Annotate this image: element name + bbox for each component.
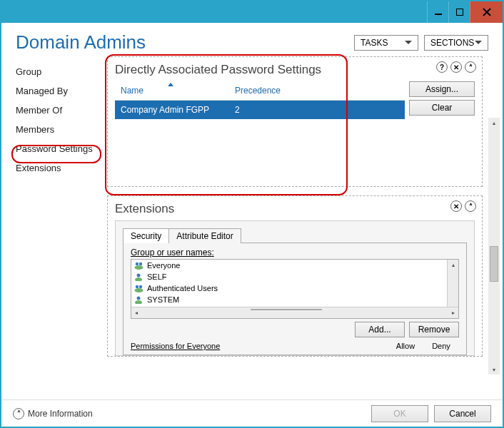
list-item[interactable]: SYSTEM [131,294,458,305]
svg-point-13 [135,300,142,304]
list-item[interactable]: SELF [131,271,458,282]
section-title: Extensions [115,202,475,216]
scroll-up-icon[interactable]: ▴ [488,118,500,128]
scroll-thumb[interactable] [490,246,498,282]
add-button[interactable]: Add... [355,322,405,337]
scroll-down-icon[interactable]: ▾ [488,365,500,374]
horizontal-scrollbar[interactable]: ◂▸ [131,307,458,318]
permissions-label: Permissions for Everyone [131,342,388,350]
more-information-link[interactable]: ˄ More Information [13,408,93,419]
remove-button[interactable]: Remove [409,322,459,337]
close-button[interactable] [470,1,503,23]
sort-ascending-icon [168,83,173,86]
svg-point-5 [139,263,142,265]
list-item[interactable]: Authenticated Users [131,282,458,294]
content-scrollbar[interactable]: ▴ ▾ [488,118,500,374]
scroll-thumb[interactable] [251,309,322,310]
chevron-up-icon: ˄ [13,408,24,419]
group-icon [134,284,144,292]
svg-rect-1 [456,9,463,16]
section-close-button[interactable]: ✕ [450,61,462,73]
security-tab-pane: Group or user names: Everyone SELF Authe… [123,243,467,355]
group-icon [134,261,144,270]
tab-attribute-editor[interactable]: Attribute Editor [168,228,241,243]
table-row[interactable]: Company Admin FGPP 2 [115,101,405,119]
page-title: Domain Admins [16,31,146,54]
column-precedence[interactable]: Precedence [229,81,286,100]
deny-column: Deny [423,342,459,350]
user-icon [134,295,144,304]
svg-point-11 [135,288,143,292]
password-settings-table: Name Precedence Company Admin FGPP 2 [115,81,405,179]
chevron-down-icon [405,41,412,44]
minimize-button[interactable] [427,1,448,23]
svg-point-9 [136,285,138,288]
tasks-dropdown[interactable]: TASKS [354,35,418,51]
password-settings-section: Directly Associated Password Settings ? … [107,56,483,187]
chevron-down-icon [475,41,482,44]
scroll-up-icon[interactable]: ▴ [448,260,458,270]
section-collapse-button[interactable]: ˄ [465,61,476,73]
sidebar-item-member-of[interactable]: Member Of [13,101,107,120]
tab-security[interactable]: Security [123,228,169,243]
svg-point-12 [137,297,141,300]
extensions-section: Extensions ✕ ˄ Security Attribute Editor… [107,195,483,357]
header: Domain Admins TASKS SECTIONS [1,23,503,56]
sections-dropdown[interactable]: SECTIONS [424,35,488,51]
section-title: Directly Associated Password Settings [115,63,475,77]
cell-name: Company Admin FGPP [115,101,229,119]
sidebar-item-members[interactable]: Members [13,120,107,139]
clear-button[interactable]: Clear [409,100,475,116]
svg-rect-0 [435,14,442,15]
help-button[interactable]: ? [436,61,448,73]
maximize-button[interactable] [448,1,470,23]
footer: ˄ More Information OK Cancel [1,399,503,427]
svg-point-4 [136,263,138,265]
user-icon [134,272,144,281]
scroll-left-icon[interactable]: ◂ [131,307,141,318]
svg-point-7 [137,274,141,277]
column-name[interactable]: Name [115,81,229,100]
svg-point-6 [135,265,143,270]
principals-listbox[interactable]: Everyone SELF Authenticated Users SYSTEM… [131,259,459,319]
section-collapse-button[interactable]: ˄ [465,200,476,212]
cell-precedence: 2 [229,101,246,119]
section-close-button[interactable]: ✕ [450,200,462,212]
svg-point-10 [139,285,142,288]
sidebar: Group Managed By Member Of Members Passw… [1,56,107,406]
cancel-button[interactable]: Cancel [434,405,491,422]
tasks-label: TASKS [361,38,388,48]
vertical-scrollbar[interactable]: ▴ [447,260,458,307]
allow-column: Allow [388,342,423,350]
sidebar-item-extensions[interactable]: Extensions [13,158,107,178]
sections-label: SECTIONS [430,38,474,48]
sidebar-item-managed-by[interactable]: Managed By [13,81,107,101]
group-names-label: Group or user names: [131,248,459,258]
sidebar-item-group[interactable]: Group [13,62,107,81]
ok-button[interactable]: OK [371,405,428,422]
list-item[interactable]: Everyone [131,260,458,271]
sidebar-item-password-settings[interactable]: Password Settings [13,139,107,158]
title-bar [1,1,503,23]
assign-button[interactable]: Assign... [409,81,475,97]
scroll-right-icon[interactable]: ▸ [448,307,458,318]
svg-point-8 [135,277,142,281]
